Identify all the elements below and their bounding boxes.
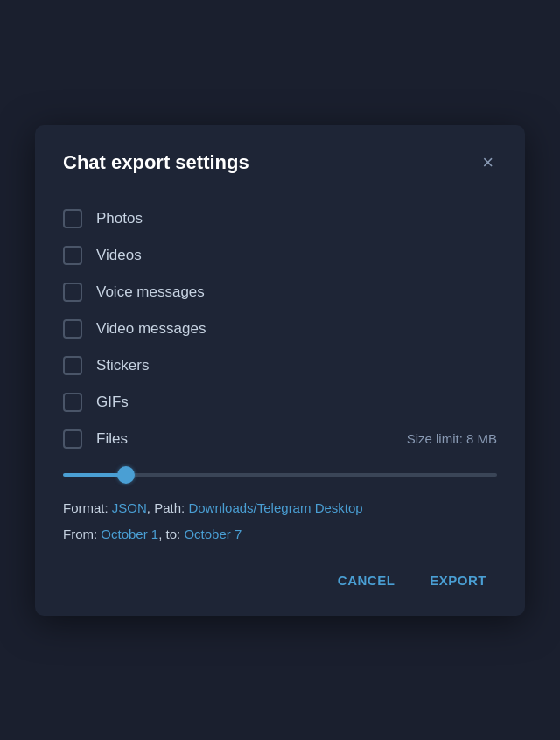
video-messages-label: Video messages	[96, 320, 206, 338]
checkbox-list: Photos Videos Voice messages Video messa…	[63, 200, 497, 457]
files-label: Files	[96, 430, 128, 448]
videos-checkbox[interactable]	[63, 246, 82, 265]
to-value[interactable]: October 7	[184, 527, 242, 541]
voice-messages-label: Voice messages	[96, 283, 205, 301]
files-checkbox[interactable]	[63, 429, 82, 449]
stickers-checkbox[interactable]	[63, 356, 82, 375]
size-slider-container	[63, 464, 497, 480]
photos-row: Photos	[63, 200, 497, 237]
photos-checkbox[interactable]	[63, 209, 82, 228]
stickers-label: Stickers	[96, 357, 149, 374]
size-limit-slider[interactable]	[63, 473, 497, 477]
files-row: Files Size limit: 8 MB	[63, 421, 497, 457]
from-value[interactable]: October 1	[101, 527, 158, 541]
path-value[interactable]: Downloads/Telegram Desktop	[188, 500, 362, 515]
stickers-row: Stickers	[63, 347, 497, 384]
info-section: Format: JSON, Path: Downloads/Telegram D…	[63, 498, 497, 545]
cancel-button[interactable]: CANCEL	[327, 566, 406, 595]
videos-row: Videos	[63, 237, 497, 274]
date-range-line: From: October 1, to: October 7	[63, 524, 497, 545]
voice-messages-checkbox[interactable]	[63, 283, 82, 302]
to-label: , to:	[158, 527, 184, 541]
dialog-footer: CANCEL EXPORT	[63, 566, 497, 595]
export-button[interactable]: EXPORT	[419, 566, 497, 595]
close-button[interactable]: ×	[479, 150, 497, 176]
dialog-title: Chat export settings	[63, 151, 249, 174]
gifs-row: GIFs	[63, 384, 497, 421]
format-path-line: Format: JSON, Path: Downloads/Telegram D…	[63, 498, 497, 519]
gifs-checkbox[interactable]	[63, 393, 82, 412]
chat-export-dialog: Chat export settings × Photos Videos Voi…	[35, 125, 525, 616]
dialog-header: Chat export settings ×	[63, 150, 497, 176]
size-limit-label: Size limit: 8 MB	[407, 431, 497, 446]
gifs-label: GIFs	[96, 394, 129, 411]
path-label: , Path:	[147, 500, 189, 515]
photos-label: Photos	[96, 210, 143, 227]
format-label: Format:	[63, 500, 112, 515]
voice-messages-row: Voice messages	[63, 274, 497, 311]
from-label: From:	[63, 527, 101, 541]
format-value[interactable]: JSON	[112, 500, 147, 515]
videos-label: Videos	[96, 247, 142, 264]
video-messages-checkbox[interactable]	[63, 319, 82, 339]
video-messages-row: Video messages	[63, 311, 497, 347]
